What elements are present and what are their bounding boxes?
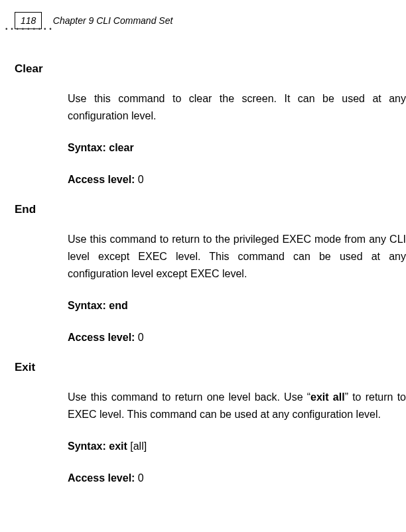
section-heading-clear: Clear (15, 62, 406, 76)
section-heading-end: End (15, 203, 406, 216)
content-area: Clear Use this command to clear the scre… (15, 52, 406, 532)
clear-syntax-label: Syntax: (68, 142, 106, 153)
section-body-end: Use this command to return to the privil… (68, 231, 406, 346)
exit-access: Access level: 0 (68, 470, 406, 487)
exit-desc-bold: exit all (310, 391, 345, 403)
clear-access-label: Access level: (68, 174, 135, 185)
clear-description: Use this command to clear the screen. It… (68, 90, 406, 125)
exit-access-value: 0 (138, 472, 144, 484)
section-body-exit: Use this command to return one level bac… (68, 389, 406, 487)
exit-syntax-label: Syntax: (68, 440, 106, 452)
end-syntax: Syntax: end (68, 297, 406, 314)
exit-desc-pre: Use this command to return one level bac… (68, 391, 310, 403)
clear-access-value: 0 (138, 174, 144, 185)
section-heading-exit: Exit (15, 361, 406, 374)
page-header: 118 Chapter 9 CLI Command Set (15, 12, 406, 38)
end-access: Access level: 0 (68, 329, 406, 346)
header-decoration: • • • • • • • • • (5, 25, 52, 33)
clear-syntax: Syntax: clear (68, 139, 406, 157)
exit-syntax: Syntax: exit [all] (68, 438, 406, 455)
end-syntax-label: Syntax: (68, 300, 106, 311)
exit-description: Use this command to return one level bac… (68, 389, 406, 423)
end-description: Use this command to return to the privil… (68, 231, 406, 283)
end-access-value: 0 (138, 332, 144, 343)
exit-access-label: Access level: (68, 472, 135, 484)
section-body-clear: Use this command to clear the screen. It… (68, 90, 406, 188)
page: 118 Chapter 9 CLI Command Set • • • • • … (0, 0, 406, 532)
chapter-title: Chapter 9 CLI Command Set (53, 12, 173, 26)
exit-syntax-value-bold: exit (109, 440, 127, 452)
end-syntax-value: end (109, 300, 127, 311)
clear-access: Access level: 0 (68, 171, 406, 188)
exit-syntax-value-param: [all] (127, 440, 147, 452)
end-access-label: Access level: (68, 332, 135, 343)
clear-syntax-value: clear (109, 142, 133, 153)
